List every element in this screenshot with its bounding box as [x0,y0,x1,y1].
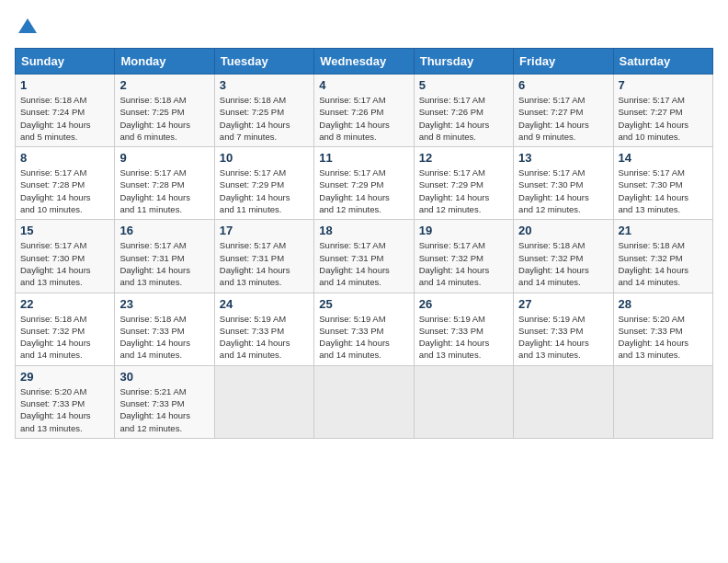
calendar-cell: 16Sunrise: 5:17 AM Sunset: 7:31 PM Dayli… [115,220,214,293]
day-info: Sunrise: 5:17 AM Sunset: 7:28 PM Dayligh… [119,167,209,215]
day-number: 19 [419,224,508,237]
day-number: 14 [619,151,708,165]
header [15,15,713,40]
weekday-header-thursday: Thursday [414,49,513,75]
weekday-header-friday: Friday [514,49,613,75]
day-number: 28 [619,297,708,311]
calendar-cell: 9Sunrise: 5:17 AM Sunset: 7:28 PM Daylig… [115,147,214,220]
calendar-cell: 11Sunrise: 5:17 AM Sunset: 7:29 PM Dayli… [314,147,414,220]
day-info: Sunrise: 5:18 AM Sunset: 7:33 PM Dayligh… [119,313,209,362]
calendar-cell: 6Sunrise: 5:17 AM Sunset: 7:27 PM Daylig… [514,75,613,147]
day-info: Sunrise: 5:18 AM Sunset: 7:24 PM Dayligh… [20,94,109,143]
day-info: Sunrise: 5:18 AM Sunset: 7:25 PM Dayligh… [119,94,209,143]
calendar-cell: 19Sunrise: 5:17 AM Sunset: 7:32 PM Dayli… [414,220,513,293]
day-number: 20 [518,224,608,237]
day-info: Sunrise: 5:17 AM Sunset: 7:29 PM Dayligh… [419,167,508,215]
day-info: Sunrise: 5:17 AM Sunset: 7:28 PM Dayligh… [20,167,109,215]
day-info: Sunrise: 5:18 AM Sunset: 7:32 PM Dayligh… [518,239,608,288]
day-info: Sunrise: 5:20 AM Sunset: 7:33 PM Dayligh… [619,313,708,362]
day-info: Sunrise: 5:17 AM Sunset: 7:31 PM Dayligh… [220,239,309,288]
day-info: Sunrise: 5:17 AM Sunset: 7:31 PM Dayligh… [119,239,209,288]
day-info: Sunrise: 5:17 AM Sunset: 7:30 PM Dayligh… [20,239,109,288]
day-number: 6 [518,78,608,92]
day-number: 2 [119,78,209,92]
day-number: 16 [119,224,209,237]
calendar-cell [613,365,712,438]
logo [15,15,44,40]
day-number: 17 [220,224,309,237]
weekday-header-saturday: Saturday [613,49,712,75]
day-number: 8 [20,151,109,165]
calendar-cell: 17Sunrise: 5:17 AM Sunset: 7:31 PM Dayli… [214,220,313,293]
calendar-cell: 12Sunrise: 5:17 AM Sunset: 7:29 PM Dayli… [414,147,513,220]
calendar-cell: 20Sunrise: 5:18 AM Sunset: 7:32 PM Dayli… [514,220,613,293]
calendar-cell: 29Sunrise: 5:20 AM Sunset: 7:33 PM Dayli… [16,365,115,438]
calendar-cell: 26Sunrise: 5:19 AM Sunset: 7:33 PM Dayli… [414,293,513,365]
calendar-cell [314,365,414,438]
day-info: Sunrise: 5:17 AM Sunset: 7:27 PM Dayligh… [518,94,608,143]
day-number: 30 [119,370,209,384]
calendar-cell: 25Sunrise: 5:19 AM Sunset: 7:33 PM Dayli… [314,293,414,365]
day-info: Sunrise: 5:19 AM Sunset: 7:33 PM Dayligh… [220,313,309,362]
svg-marker-0 [18,18,37,33]
day-number: 26 [419,297,508,311]
day-info: Sunrise: 5:18 AM Sunset: 7:25 PM Dayligh… [220,94,309,143]
day-number: 11 [319,151,408,165]
day-info: Sunrise: 5:17 AM Sunset: 7:30 PM Dayligh… [518,167,608,215]
calendar-cell: 14Sunrise: 5:17 AM Sunset: 7:30 PM Dayli… [613,147,712,220]
calendar-cell: 23Sunrise: 5:18 AM Sunset: 7:33 PM Dayli… [115,293,214,365]
day-number: 23 [119,297,209,311]
day-info: Sunrise: 5:18 AM Sunset: 7:32 PM Dayligh… [20,313,109,362]
calendar-cell: 4Sunrise: 5:17 AM Sunset: 7:26 PM Daylig… [314,75,414,147]
day-number: 12 [419,151,508,165]
day-info: Sunrise: 5:17 AM Sunset: 7:27 PM Dayligh… [619,94,708,143]
calendar-cell: 7Sunrise: 5:17 AM Sunset: 7:27 PM Daylig… [613,75,712,147]
day-info: Sunrise: 5:19 AM Sunset: 7:33 PM Dayligh… [319,313,408,362]
calendar-cell [514,365,613,438]
day-info: Sunrise: 5:17 AM Sunset: 7:29 PM Dayligh… [319,167,408,215]
day-info: Sunrise: 5:19 AM Sunset: 7:33 PM Dayligh… [518,313,608,362]
day-number: 4 [319,78,408,92]
calendar-cell: 18Sunrise: 5:17 AM Sunset: 7:31 PM Dayli… [314,220,414,293]
calendar-cell: 27Sunrise: 5:19 AM Sunset: 7:33 PM Dayli… [514,293,613,365]
day-info: Sunrise: 5:21 AM Sunset: 7:33 PM Dayligh… [119,385,209,434]
weekday-header-wednesday: Wednesday [314,49,414,75]
calendar-cell: 13Sunrise: 5:17 AM Sunset: 7:30 PM Dayli… [514,147,613,220]
calendar-cell: 28Sunrise: 5:20 AM Sunset: 7:33 PM Dayli… [613,293,712,365]
day-info: Sunrise: 5:19 AM Sunset: 7:33 PM Dayligh… [419,313,508,362]
day-number: 24 [220,297,309,311]
weekday-header-monday: Monday [115,49,214,75]
logo-icon [15,15,40,40]
day-number: 15 [20,224,109,237]
calendar-cell: 15Sunrise: 5:17 AM Sunset: 7:30 PM Dayli… [16,220,115,293]
day-number: 29 [20,370,109,384]
day-number: 10 [220,151,309,165]
day-info: Sunrise: 5:17 AM Sunset: 7:30 PM Dayligh… [619,167,708,215]
calendar-cell: 10Sunrise: 5:17 AM Sunset: 7:29 PM Dayli… [214,147,313,220]
calendar-cell: 1Sunrise: 5:18 AM Sunset: 7:24 PM Daylig… [16,75,115,147]
calendar-cell: 22Sunrise: 5:18 AM Sunset: 7:32 PM Dayli… [16,293,115,365]
day-number: 27 [518,297,608,311]
day-number: 13 [518,151,608,165]
day-number: 3 [220,78,309,92]
day-number: 9 [119,151,209,165]
calendar-cell [214,365,313,438]
day-info: Sunrise: 5:17 AM Sunset: 7:26 PM Dayligh… [419,94,508,143]
day-info: Sunrise: 5:17 AM Sunset: 7:29 PM Dayligh… [220,167,309,215]
day-info: Sunrise: 5:17 AM Sunset: 7:31 PM Dayligh… [319,239,408,288]
day-info: Sunrise: 5:20 AM Sunset: 7:33 PM Dayligh… [20,385,109,434]
calendar-cell: 8Sunrise: 5:17 AM Sunset: 7:28 PM Daylig… [16,147,115,220]
calendar-cell: 3Sunrise: 5:18 AM Sunset: 7:25 PM Daylig… [214,75,313,147]
day-number: 5 [419,78,508,92]
weekday-header-tuesday: Tuesday [214,49,313,75]
calendar-cell: 30Sunrise: 5:21 AM Sunset: 7:33 PM Dayli… [115,365,214,438]
calendar-cell: 5Sunrise: 5:17 AM Sunset: 7:26 PM Daylig… [414,75,513,147]
calendar-cell: 2Sunrise: 5:18 AM Sunset: 7:25 PM Daylig… [115,75,214,147]
day-info: Sunrise: 5:18 AM Sunset: 7:32 PM Dayligh… [619,239,708,288]
day-info: Sunrise: 5:17 AM Sunset: 7:26 PM Dayligh… [319,94,408,143]
calendar-cell: 24Sunrise: 5:19 AM Sunset: 7:33 PM Dayli… [214,293,313,365]
calendar-cell: 21Sunrise: 5:18 AM Sunset: 7:32 PM Dayli… [613,220,712,293]
day-number: 18 [319,224,408,237]
day-number: 7 [619,78,708,92]
calendar-table: SundayMondayTuesdayWednesdayThursdayFrid… [15,48,713,439]
